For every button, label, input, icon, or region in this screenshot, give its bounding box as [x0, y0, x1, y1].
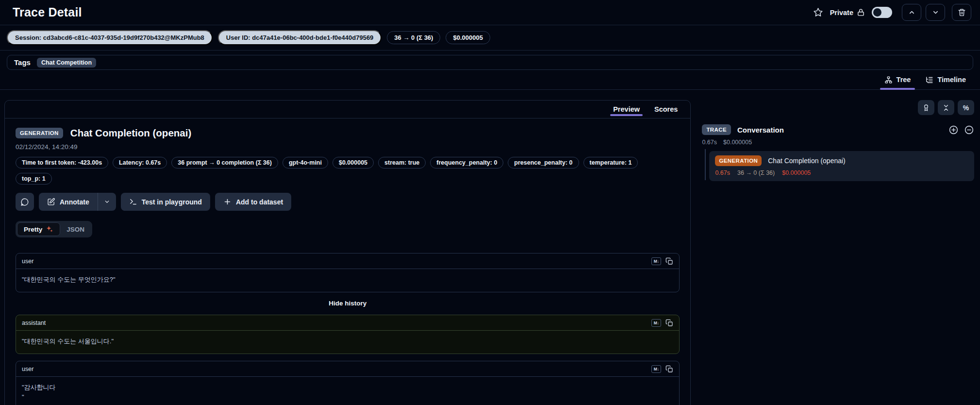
- node-latency: 0.67s: [715, 169, 730, 176]
- tab-timeline[interactable]: Timeline: [919, 70, 972, 89]
- chevrons-collapse-icon: [942, 104, 950, 112]
- timeline-icon: [925, 76, 933, 84]
- token-usage-badge: 36 → 0 (Σ 36): [387, 31, 440, 44]
- trash-icon: [958, 8, 966, 17]
- generation-node-badge: GENERATION: [715, 155, 762, 166]
- format-pretty-button[interactable]: Pretty: [17, 222, 60, 236]
- pill-cost: $0.000005: [332, 157, 374, 169]
- tags-bar[interactable]: Tags Chat Competition: [7, 55, 973, 70]
- tab-scores[interactable]: Scores: [648, 101, 683, 118]
- pill-latency: Latency: 0.67s: [113, 157, 167, 169]
- star-icon: [813, 7, 823, 17]
- pill-model[interactable]: gpt-4o-mini: [282, 157, 328, 169]
- observation-timestamp: 02/12/2024, 14:20:49: [16, 143, 680, 151]
- collapse-all-button[interactable]: [938, 100, 954, 115]
- delete-trace-button[interactable]: [952, 4, 971, 21]
- message-header: user M↓: [16, 361, 679, 377]
- pill-frequency-penalty: frequency_penalty: 0: [430, 157, 503, 169]
- tree-expand-controls: [948, 125, 974, 135]
- annotate-button[interactable]: Annotate: [39, 193, 98, 211]
- tab-tree[interactable]: Tree: [878, 70, 917, 89]
- observation-actions: Annotate Test in playground: [16, 193, 680, 211]
- bookmark-star-button[interactable]: [813, 7, 823, 17]
- message-header-icons: M↓: [651, 257, 673, 265]
- annotate-split-button: Annotate: [39, 193, 116, 211]
- tree-icon: [884, 76, 893, 84]
- node-title-row: GENERATION Chat Completion (openai): [715, 155, 968, 166]
- message-header: user M↓: [16, 253, 679, 269]
- copy-icon[interactable]: [665, 365, 673, 373]
- metrics-percent-button[interactable]: %: [958, 100, 974, 115]
- next-trace-button[interactable]: [926, 4, 945, 21]
- expand-all-button[interactable]: [948, 125, 959, 135]
- node-metrics: 0.67s 36 → 0 (Σ 36) $0.000005: [715, 169, 968, 176]
- award-icon: [922, 104, 930, 112]
- chat-bubble-icon: [20, 198, 29, 206]
- trace-type-badge: TRACE: [702, 124, 731, 135]
- pill-stream: stream: true: [378, 157, 426, 169]
- observation-title-row: GENERATION Chat Completion (openai): [16, 127, 680, 139]
- add-to-dataset-button[interactable]: Add to dataset: [215, 193, 291, 211]
- trace-title: Conversation: [737, 126, 784, 134]
- format-toggle: Pretty JSON: [16, 221, 92, 237]
- privacy-label: Private: [830, 9, 853, 17]
- trace-meta-row: Session: cd3abcd6-c81c-4037-935d-19d9f27…: [0, 25, 980, 51]
- markdown-toggle-icon[interactable]: M↓: [651, 319, 661, 327]
- message-user-1: user M↓ "대한민국의 수도는 무엇인가요?": [16, 253, 680, 292]
- copy-icon[interactable]: [665, 257, 673, 265]
- markdown-toggle-icon[interactable]: M↓: [651, 365, 661, 373]
- trace-nav-buttons: [902, 4, 945, 21]
- tab-preview[interactable]: Preview: [607, 101, 646, 118]
- main-content: Preview Scores GENERATION Chat Completio…: [0, 90, 980, 405]
- previous-trace-button[interactable]: [902, 4, 921, 21]
- scores-award-button[interactable]: [918, 100, 934, 115]
- chevron-down-icon: [932, 9, 939, 16]
- test-in-playground-button[interactable]: Test in playground: [121, 193, 210, 211]
- pill-temperature: temperature: 1: [583, 157, 638, 169]
- pill-time-to-first-token: Time to first token: -423.00s: [16, 157, 108, 169]
- terminal-icon: [129, 198, 137, 206]
- tree-children: GENERATION Chat Completion (openai) 0.67…: [702, 151, 974, 181]
- total-cost-badge: $0.000005: [446, 31, 490, 44]
- generation-node-title: Chat Completion (openai): [768, 157, 846, 165]
- comments-button[interactable]: [16, 193, 34, 211]
- view-mode-tabs: Tree Timeline: [0, 70, 980, 90]
- parameter-pills: Time to first token: -423.00s Latency: 0…: [16, 157, 666, 185]
- circle-minus-icon: [964, 125, 974, 135]
- sparkles-icon: [46, 225, 53, 233]
- page-header: Trace Detail Private: [0, 0, 980, 25]
- hide-history-button[interactable]: Hide history: [16, 292, 680, 315]
- tree-guide-line: [705, 149, 706, 180]
- pen-square-icon: [47, 198, 55, 206]
- user-id-badge[interactable]: User ID: dc47a41e-06bc-400d-bde1-f0e440d…: [218, 30, 382, 45]
- tab-timeline-label: Timeline: [937, 76, 966, 84]
- trace-metrics: 0.67s $0.000005: [702, 139, 974, 146]
- trace-root-row[interactable]: TRACE Conversation: [702, 124, 974, 135]
- generation-tree-node[interactable]: GENERATION Chat Completion (openai) 0.67…: [709, 151, 974, 181]
- playground-label: Test in playground: [142, 198, 202, 206]
- copy-icon[interactable]: [665, 319, 673, 327]
- pill-token-usage: 36 prompt → 0 completion (Σ 36): [171, 157, 278, 169]
- trace-tree-sidebar: % TRACE Conversation 0.67s $0.0000: [702, 100, 974, 181]
- markdown-toggle-icon[interactable]: M↓: [651, 257, 661, 265]
- format-json-button[interactable]: JSON: [60, 222, 91, 236]
- annotate-dropdown-button[interactable]: [98, 193, 116, 211]
- dataset-label: Add to dataset: [236, 198, 283, 206]
- session-badge[interactable]: Session: cd3abcd6-c81c-4037-935d-19d9f27…: [7, 30, 213, 45]
- circle-plus-icon: [948, 125, 959, 135]
- pretty-label: Pretty: [24, 226, 42, 233]
- node-tokens: 36 → 0 (Σ 36): [737, 169, 775, 176]
- tab-tree-label: Tree: [897, 76, 911, 84]
- collapse-tree-button[interactable]: [964, 125, 974, 135]
- message-content: "대한민국의 수도는 서울입니다.": [16, 331, 679, 354]
- plus-icon: [223, 198, 232, 206]
- header-controls: Private: [813, 4, 971, 21]
- chevron-down-icon: [104, 199, 110, 205]
- message-list: user M↓ "대한민국의 수도는 무엇인가요?" Hide history …: [16, 253, 680, 405]
- message-role: user: [22, 366, 33, 372]
- tag-chip[interactable]: Chat Competition: [37, 58, 96, 68]
- pill-presence-penalty: presence_penalty: 0: [508, 157, 579, 169]
- message-assistant: assistant M↓ "대한민국의 수도는 서울입니다.": [16, 315, 680, 354]
- observation-card: Preview Scores GENERATION Chat Completio…: [4, 100, 691, 405]
- public-toggle[interactable]: [872, 7, 892, 18]
